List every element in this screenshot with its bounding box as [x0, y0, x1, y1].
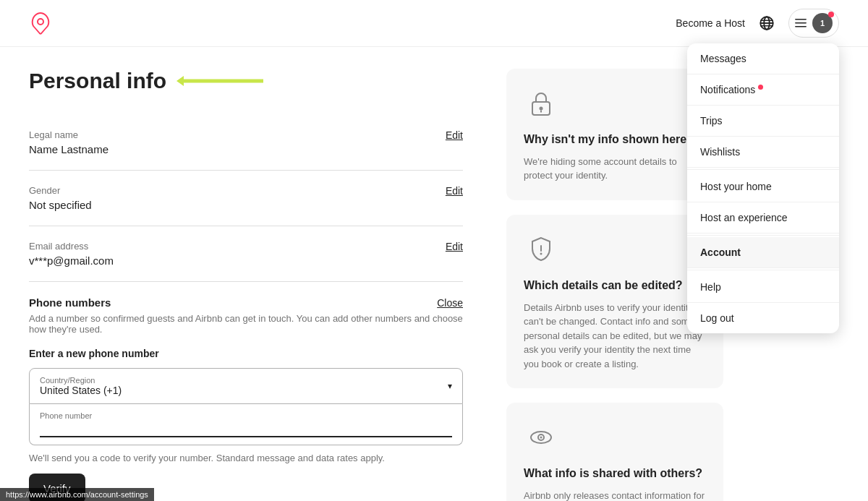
svg-point-11: [540, 107, 543, 111]
notification-badge: [828, 12, 834, 17]
phone-input-label: Phone number: [40, 411, 452, 420]
phone-subsection-title: Enter a new phone number: [29, 348, 463, 359]
eye-icon-container: [524, 420, 558, 455]
phone-input-container: Phone number: [29, 404, 463, 445]
email-edit-button[interactable]: Edit: [446, 241, 463, 252]
email-value: v***p@gmail.com: [29, 254, 114, 267]
dropdown-item-account[interactable]: Account: [687, 237, 839, 268]
user-dropdown-menu: Messages Notifications Trips Wishlists H…: [687, 43, 839, 333]
shield-icon: [527, 235, 556, 264]
email-info: Email address v***p@gmail.com: [29, 241, 114, 267]
legal-name-header: Legal name Name Lastname Edit: [29, 129, 463, 155]
title-arrow: [176, 72, 271, 90]
email-header: Email address v***p@gmail.com Edit: [29, 241, 463, 267]
legal-name-edit-button[interactable]: Edit: [446, 129, 463, 141]
phone-section: Phone numbers Close Add a number so conf…: [29, 282, 463, 501]
page-title: Personal info: [29, 69, 463, 93]
site-header: Become a Host 1 Messages Notifications: [0, 0, 868, 47]
svg-rect-7: [795, 26, 807, 27]
gender-section: Gender Not specified Edit: [29, 171, 463, 226]
country-select-label: Country/Region: [40, 376, 122, 385]
which-details-text: Details Airbnb uses to verify your ident…: [524, 301, 706, 372]
dropdown-item-logout[interactable]: Log out: [687, 303, 839, 333]
legal-name-label: Legal name: [29, 129, 109, 140]
what-info-shared-title: What info is shared with others?: [524, 466, 706, 481]
header-right: Become a Host 1: [676, 9, 839, 38]
dropdown-item-notifications[interactable]: Notifications: [687, 74, 839, 106]
svg-point-17: [540, 437, 542, 439]
phone-description: Add a number so confirmed guests and Air…: [29, 313, 463, 335]
airbnb-logo[interactable]: [29, 12, 52, 35]
gender-value: Not specified: [29, 199, 92, 211]
what-info-shared-card: What info is shared with others? Airbnb …: [506, 403, 723, 501]
user-menu-button[interactable]: 1: [788, 9, 839, 38]
svg-rect-5: [795, 19, 807, 20]
dropdown-item-wishlists[interactable]: Wishlists: [687, 137, 839, 168]
phone-section-header: Phone numbers Close: [29, 296, 463, 309]
phone-close-button[interactable]: Close: [437, 296, 463, 309]
legal-name-value: Name Lastname: [29, 143, 109, 155]
country-select-container: Country/Region United States (+1) ▾ Phon…: [29, 368, 463, 445]
dropdown-item-trips[interactable]: Trips: [687, 106, 839, 137]
legal-name-info: Legal name Name Lastname: [29, 129, 109, 155]
lock-icon: [527, 89, 556, 118]
shield-icon-container: [524, 232, 558, 267]
dropdown-item-help[interactable]: Help: [687, 272, 839, 303]
svg-rect-6: [795, 22, 807, 24]
avatar: 1: [812, 13, 833, 33]
gender-label: Gender: [29, 185, 92, 196]
which-details-title: Which details can be edited?: [524, 278, 706, 294]
lock-icon-container: [524, 86, 558, 121]
hamburger-icon: [795, 17, 807, 29]
what-info-shared-text: Airbnb only releases contact information…: [524, 489, 706, 501]
country-select-value: United States (+1): [40, 385, 122, 396]
gender-edit-button[interactable]: Edit: [446, 185, 463, 197]
phone-verify-note: We'll send you a code to verify your num…: [29, 453, 463, 463]
gender-info: Gender Not specified: [29, 185, 92, 211]
dropdown-divider-3: [687, 270, 839, 270]
phone-input-underline: [40, 436, 452, 437]
notifications-dot: [758, 85, 763, 90]
globe-icon[interactable]: [760, 16, 774, 30]
eye-icon: [527, 423, 556, 452]
left-content: Personal info Legal name Name Lastname E…: [29, 69, 463, 501]
chevron-down-icon: ▾: [448, 381, 452, 391]
legal-name-section: Legal name Name Lastname Edit: [29, 115, 463, 171]
dropdown-item-messages[interactable]: Messages: [687, 43, 839, 74]
phone-number-input[interactable]: [40, 421, 452, 433]
dropdown-item-host-home[interactable]: Host your home: [687, 171, 839, 202]
phone-title: Phone numbers: [29, 296, 111, 309]
why-not-shown-text: We're hiding some account details to pro…: [524, 155, 706, 183]
gender-header: Gender Not specified Edit: [29, 185, 463, 211]
why-not-shown-title: Why isn't my info shown here?: [524, 132, 706, 147]
dropdown-divider-1: [687, 169, 839, 170]
become-host-link[interactable]: Become a Host: [676, 17, 745, 29]
dropdown-divider-2: [687, 235, 839, 236]
dropdown-item-host-experience[interactable]: Host an experience: [687, 202, 839, 234]
svg-marker-9: [176, 76, 184, 86]
status-bar: https://www.airbnb.com/account-settings: [0, 488, 154, 501]
svg-point-14: [540, 252, 542, 254]
country-select[interactable]: Country/Region United States (+1) ▾: [29, 368, 463, 404]
email-section: Email address v***p@gmail.com Edit: [29, 226, 463, 282]
email-label: Email address: [29, 241, 114, 252]
country-select-text: Country/Region United States (+1): [40, 376, 122, 396]
